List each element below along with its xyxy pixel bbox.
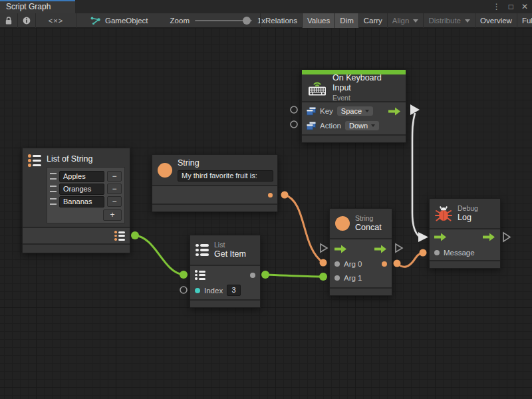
list-input-port[interactable] xyxy=(195,270,205,280)
remove-item-button[interactable]: − xyxy=(107,171,122,182)
node-category: Debug xyxy=(458,204,478,213)
node-title: Get Item xyxy=(214,249,246,260)
align-dropdown[interactable]: Align xyxy=(387,13,424,28)
enum-icon xyxy=(307,107,316,116)
node-debug-log[interactable]: Debug Log Message xyxy=(429,198,501,269)
string-output-port[interactable] xyxy=(268,193,273,198)
zoom-slider[interactable] xyxy=(195,20,252,21)
drag-handle-icon[interactable] xyxy=(50,186,57,192)
remove-item-button[interactable]: − xyxy=(107,184,122,194)
list-item-field[interactable]: Bananas xyxy=(59,196,104,207)
flow-output-port[interactable] xyxy=(388,107,401,116)
full-screen-button[interactable]: Full Screen xyxy=(517,13,532,28)
tab-accent-line xyxy=(0,0,75,1)
chevron-down-icon xyxy=(413,19,418,23)
distribute-dropdown[interactable]: Distribute xyxy=(423,13,475,28)
flow-row xyxy=(430,229,500,245)
string-output-row xyxy=(152,186,277,203)
remove-item-button[interactable]: − xyxy=(107,196,122,207)
flow-output-port[interactable] xyxy=(483,233,495,241)
flow-row xyxy=(330,241,392,257)
kebab-menu-icon[interactable]: ⋮ xyxy=(493,0,501,13)
port-label: Arg 0 xyxy=(344,260,362,268)
node-title: String xyxy=(178,158,273,169)
zoom-slider-handle[interactable] xyxy=(243,17,251,25)
tab-label: Script Graph xyxy=(6,2,51,11)
flow-input-port[interactable] xyxy=(434,233,447,241)
node-title: Log xyxy=(458,213,478,223)
list-item-field[interactable]: Apples xyxy=(59,171,104,182)
dim-button[interactable]: Dim xyxy=(334,13,358,28)
maximize-icon[interactable]: □ xyxy=(509,0,513,13)
arg0-row: Arg 0 xyxy=(330,257,392,271)
dropdown-arrow-icon xyxy=(365,110,369,112)
port-label: Key xyxy=(320,107,333,115)
carry-button[interactable]: Carry xyxy=(358,13,387,28)
dropdown-arrow-icon xyxy=(371,124,375,127)
tab-script-graph[interactable]: Script Graph xyxy=(0,0,75,13)
flow-input-port[interactable] xyxy=(334,245,347,253)
item-output-port[interactable] xyxy=(250,273,255,278)
node-footer xyxy=(330,289,392,295)
info-button[interactable] xyxy=(18,13,35,28)
node-subtitle: Event xyxy=(332,94,400,102)
key-dropdown[interactable]: Space xyxy=(337,106,373,116)
window-controls: ⋮ □ ✕ xyxy=(493,0,528,13)
node-list-of-string[interactable]: List of String Apples − Oranges − Ban xyxy=(22,148,130,253)
index-field[interactable]: 3 xyxy=(227,285,241,296)
flow-output-port[interactable] xyxy=(374,245,387,253)
arg0-input-port[interactable] xyxy=(334,261,340,267)
script-graph-window: Script Graph ⋮ □ ✕ <×> xyxy=(0,0,532,399)
node-title: List of String xyxy=(47,154,125,165)
drag-handle-icon[interactable] xyxy=(50,198,57,205)
node-title: On Keyboard Input xyxy=(332,73,400,94)
node-get-item[interactable]: List Get Item Index 3 xyxy=(190,235,261,308)
port-label: Action xyxy=(320,122,341,130)
result-output-port[interactable] xyxy=(382,261,387,267)
message-input-port[interactable] xyxy=(434,250,440,255)
list-item-field[interactable]: Oranges xyxy=(59,184,104,195)
keyboard-icon xyxy=(307,80,327,96)
overview-button[interactable]: Overview xyxy=(475,13,517,28)
gameobject-target-button[interactable]: GameObject xyxy=(86,13,153,28)
chevron-down-icon xyxy=(465,19,470,23)
port-row-action: Action Down xyxy=(302,118,406,133)
list-input-row xyxy=(190,267,260,283)
drag-handle-icon[interactable] xyxy=(50,173,57,180)
edit-code-button[interactable]: <×> xyxy=(36,13,76,28)
toolbar-toggle-group: Relations Values Dim Carry Align Distrib… xyxy=(260,13,532,28)
list-item-row: Bananas − xyxy=(50,196,122,207)
relations-button[interactable]: Relations xyxy=(260,13,302,28)
node-footer xyxy=(190,301,260,307)
node-category: List xyxy=(214,241,246,249)
node-on-keyboard-input[interactable]: On Keyboard Input Event Key Space xyxy=(301,69,406,143)
node-footer xyxy=(430,261,500,268)
graph-target-icon xyxy=(90,16,101,25)
arg1-input-port[interactable] xyxy=(334,275,340,281)
list-output-row xyxy=(23,228,130,243)
node-title: Concat xyxy=(355,223,382,233)
close-icon[interactable]: ✕ xyxy=(521,0,528,13)
zoom-control: Zoom 1x xyxy=(170,17,266,25)
port-label: Arg 1 xyxy=(344,274,362,282)
bug-icon xyxy=(435,205,452,222)
list-output-port[interactable] xyxy=(114,231,125,241)
node-footer xyxy=(152,205,277,211)
string-list-editor: Apples − Oranges − Bananas − + xyxy=(47,167,125,223)
index-row: Index 3 xyxy=(190,283,260,298)
lock-button[interactable] xyxy=(0,13,17,28)
add-item-button[interactable]: + xyxy=(103,209,122,221)
string-value-field[interactable]: My third favorite fruit is: xyxy=(178,170,273,182)
port-label: Index xyxy=(204,287,223,295)
enum-icon xyxy=(307,122,316,130)
message-row: Message xyxy=(430,245,500,260)
values-button[interactable]: Values xyxy=(302,13,334,28)
zoom-label: Zoom xyxy=(170,17,190,25)
node-concat[interactable]: String Concat Arg 0 Arg 1 xyxy=(329,208,392,296)
gameobject-label: GameObject xyxy=(105,17,148,25)
node-string-literal[interactable]: String My third favorite fruit is: xyxy=(152,154,278,212)
index-input-port[interactable] xyxy=(195,288,200,293)
tab-bar: Script Graph ⋮ □ ✕ xyxy=(0,0,532,13)
list-icon xyxy=(28,154,41,167)
action-dropdown[interactable]: Down xyxy=(345,121,379,130)
